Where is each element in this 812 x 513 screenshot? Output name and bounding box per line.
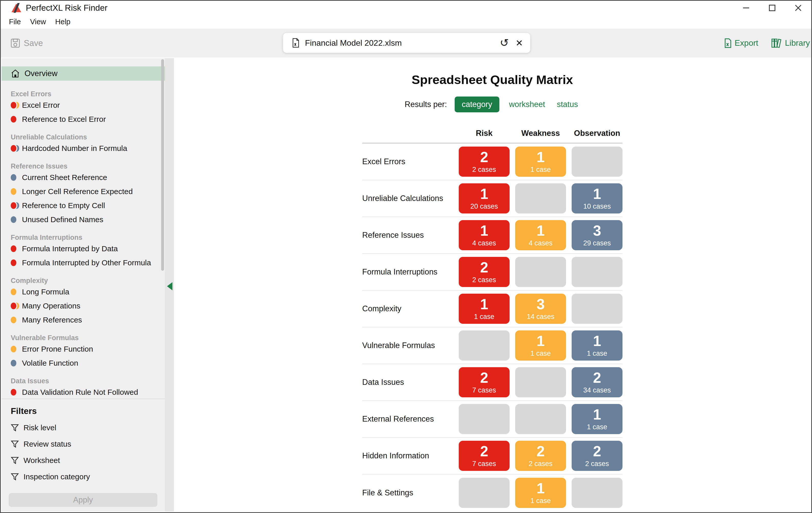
sidebar-item[interactable]: Data Validation Rule Not Followed bbox=[11, 388, 165, 397]
matrix-cell-observation[interactable]: 2 34 cases bbox=[572, 367, 622, 397]
matrix-cell-risk[interactable]: 2 7 cases bbox=[459, 441, 510, 471]
matrix-cell-weakness[interactable]: 1 4 cases bbox=[515, 220, 566, 250]
matrix-cell-risk[interactable]: 1 4 cases bbox=[459, 220, 510, 250]
view-chips: category worksheet status bbox=[455, 96, 580, 112]
cell-cases: 2 cases bbox=[529, 460, 552, 468]
save-button[interactable]: Save bbox=[10, 29, 43, 57]
matrix-cell-weakness[interactable]: 3 14 cases bbox=[515, 294, 566, 324]
library-button[interactable]: Library bbox=[771, 29, 810, 57]
sidebar-item[interactable]: Formula Interrupted by Data bbox=[11, 244, 165, 253]
minimize-button[interactable] bbox=[733, 1, 759, 15]
filter-item[interactable]: Review status bbox=[11, 440, 165, 449]
matrix-row-label: Unreliable Calculations bbox=[362, 194, 453, 203]
cell-count: 2 bbox=[480, 444, 488, 459]
sidebar-item[interactable]: Excel Error bbox=[11, 100, 165, 110]
sidebar-item[interactable]: Reference to Empty Cell bbox=[11, 201, 165, 210]
view-chip[interactable]: category bbox=[455, 96, 499, 112]
sidebar-item-label: Longer Cell Reference Expected bbox=[22, 187, 133, 196]
risk-dot-icon bbox=[11, 216, 22, 223]
matrix-cell-weakness[interactable]: 1 1 case bbox=[515, 147, 566, 177]
matrix-cell-risk[interactable]: 2 7 cases bbox=[459, 367, 510, 397]
matrix-cell-observation[interactable]: 3 29 cases bbox=[572, 220, 622, 250]
sidebar-item[interactable]: Unused Defined Names bbox=[11, 215, 165, 224]
risk-dot-icon bbox=[11, 116, 22, 123]
collapse-sidebar-icon[interactable] bbox=[167, 282, 172, 290]
sidebar: Overview Excel Errors bbox=[2, 58, 165, 511]
matrix-cell-risk[interactable] bbox=[459, 330, 510, 361]
save-icon bbox=[10, 38, 20, 48]
cell-count: 1 bbox=[480, 223, 488, 239]
matrix-cell-observation[interactable] bbox=[572, 478, 622, 508]
funnel-icon bbox=[11, 440, 19, 448]
sidebar-section-title: Formula Interruptions bbox=[11, 233, 165, 242]
matrix-cell-observation[interactable] bbox=[572, 294, 622, 324]
cell-count: 1 bbox=[593, 186, 601, 202]
matrix-cell-risk[interactable]: 1 20 cases bbox=[459, 183, 510, 213]
sidebar-item-overview[interactable]: Overview bbox=[2, 66, 165, 81]
sidebar-item[interactable]: Error Prone Function bbox=[11, 344, 165, 354]
matrix-cell-weakness[interactable] bbox=[515, 257, 566, 287]
matrix-column-header: Weakness bbox=[515, 129, 566, 138]
apply-button[interactable]: Apply bbox=[9, 493, 157, 507]
cell-cases: 2 cases bbox=[472, 165, 496, 174]
sidebar-section: Unreliable Calculations Hardcoded Number… bbox=[2, 133, 165, 153]
sidebar-item[interactable]: Formula Interrupted by Other Formula bbox=[11, 258, 165, 267]
filter-item-label: Inspection category bbox=[24, 473, 90, 481]
filter-item[interactable]: Risk level bbox=[11, 423, 165, 432]
matrix-cell-risk[interactable]: 1 1 case bbox=[459, 294, 510, 324]
view-chip[interactable]: status bbox=[555, 96, 580, 112]
export-button[interactable]: Export bbox=[724, 29, 758, 57]
filter-item[interactable]: Worksheet bbox=[11, 456, 165, 465]
matrix-cell-weakness[interactable] bbox=[515, 367, 566, 397]
sidebar-section: Formula Interruptions Formula Interrupte… bbox=[2, 233, 165, 267]
close-button[interactable] bbox=[785, 1, 811, 15]
matrix-row: File & Settings 1 1 case bbox=[362, 475, 622, 511]
window-controls bbox=[733, 1, 811, 15]
cell-count: 2 bbox=[593, 444, 601, 459]
view-chip[interactable]: worksheet bbox=[507, 96, 547, 112]
matrix-cell-weakness[interactable] bbox=[515, 183, 566, 213]
save-label: Save bbox=[24, 38, 43, 48]
filter-item[interactable]: Inspection category bbox=[11, 472, 165, 481]
sidebar-section-title: Vulnerable Formulas bbox=[11, 334, 165, 342]
matrix-cell-observation[interactable] bbox=[572, 147, 622, 177]
cell-cases: 7 cases bbox=[472, 386, 496, 394]
matrix-cell-risk[interactable]: 2 2 cases bbox=[459, 257, 510, 287]
sidebar-item[interactable]: Many References bbox=[11, 315, 165, 325]
sidebar-item[interactable]: Long Formula bbox=[11, 287, 165, 297]
cell-count: 2 bbox=[480, 370, 488, 386]
matrix-cell-weakness[interactable]: 2 2 cases bbox=[515, 441, 566, 471]
matrix-cell-risk[interactable] bbox=[459, 404, 510, 434]
menu-item[interactable]: View bbox=[26, 15, 51, 29]
matrix-row-label: Formula Interruptions bbox=[362, 267, 453, 276]
menu-item[interactable]: Help bbox=[51, 15, 75, 29]
cell-cases: 1 case bbox=[587, 423, 607, 431]
sidebar-item[interactable]: Longer Cell Reference Expected bbox=[11, 187, 165, 196]
sidebar-item[interactable]: Hardcoded Number in Formula bbox=[11, 144, 165, 153]
undo-icon[interactable]: ↺ bbox=[500, 37, 509, 48]
cell-count: 1 bbox=[536, 150, 545, 165]
sidebar-item[interactable]: Reference to Excel Error bbox=[11, 115, 165, 124]
menu-item[interactable]: File bbox=[4, 15, 26, 29]
maximize-button[interactable] bbox=[759, 1, 785, 15]
sidebar-section-title: Unreliable Calculations bbox=[11, 133, 165, 141]
cell-cases: 1 case bbox=[474, 312, 494, 321]
clear-file-icon[interactable] bbox=[516, 39, 523, 46]
matrix-cell-observation[interactable]: 1 10 cases bbox=[572, 183, 622, 213]
matrix-cell-observation[interactable] bbox=[572, 257, 622, 287]
matrix-cell-risk[interactable] bbox=[459, 478, 510, 508]
matrix-cell-observation[interactable]: 1 1 case bbox=[572, 330, 622, 361]
sidebar-scrollbar-thumb[interactable] bbox=[161, 59, 164, 271]
filename-box[interactable]: Financial Model 2022.xlsm ↺ bbox=[283, 33, 530, 53]
matrix-cell-observation[interactable]: 1 1 case bbox=[572, 404, 622, 434]
matrix-cell-observation[interactable]: 2 2 cases bbox=[572, 441, 622, 471]
sidebar-item[interactable]: Volatile Function bbox=[11, 359, 165, 368]
matrix-cell-risk[interactable]: 2 2 cases bbox=[459, 147, 510, 177]
sidebar-item[interactable]: Current Sheet Reference bbox=[11, 173, 165, 182]
matrix-row-label: Reference Issues bbox=[362, 231, 453, 240]
matrix-cell-weakness[interactable]: 1 1 case bbox=[515, 330, 566, 361]
matrix-cell-weakness[interactable]: 1 1 case bbox=[515, 478, 566, 508]
matrix-row: External References 1 1 c bbox=[362, 401, 622, 438]
sidebar-item[interactable]: Many Operations bbox=[11, 301, 165, 310]
matrix-cell-weakness[interactable] bbox=[515, 404, 566, 434]
